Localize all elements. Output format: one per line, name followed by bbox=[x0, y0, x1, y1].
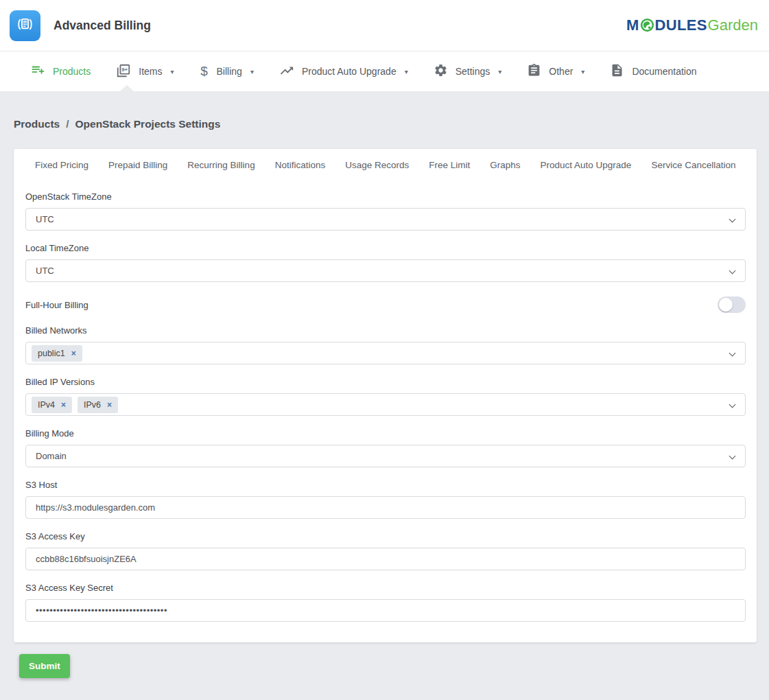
caret-down-icon: ▾ bbox=[405, 68, 408, 75]
nav-item-label: Billing bbox=[217, 66, 242, 77]
tab-product-auto-upgrade[interactable]: Product Auto Upgrade bbox=[541, 160, 632, 170]
svg-text:9+: 9+ bbox=[122, 67, 128, 73]
tab-notifications[interactable]: Notifications bbox=[275, 160, 326, 170]
chevron-down-icon bbox=[729, 401, 736, 408]
tag-public1: public1 × bbox=[32, 345, 82, 362]
field-full-hour-billing: Full-Hour Billing bbox=[25, 296, 746, 313]
brand-text-dules: DULES bbox=[655, 16, 707, 34]
select-value: Domain bbox=[36, 451, 67, 461]
tab-fixed-pricing[interactable]: Fixed Pricing bbox=[35, 160, 88, 170]
remove-tag-icon[interactable]: × bbox=[61, 400, 66, 410]
field-openstack-timezone: OpenStack TimeZone UTC bbox=[25, 191, 746, 231]
remove-tag-icon[interactable]: × bbox=[71, 349, 76, 358]
filter-9-plus-icon: 9+ bbox=[116, 63, 131, 80]
tab-service-cancellation[interactable]: Service Cancellation bbox=[651, 160, 735, 170]
breadcrumb-section[interactable]: Products bbox=[14, 118, 60, 130]
field-billed-ip-versions: Billed IP Versions IPv4 × IPv6 × bbox=[25, 377, 746, 416]
nav-item-documentation[interactable]: Documentation bbox=[610, 63, 696, 80]
gear-icon bbox=[434, 63, 448, 80]
tag-label: public1 bbox=[38, 349, 65, 358]
chevron-down-icon bbox=[729, 216, 736, 223]
settings-form: OpenStack TimeZone UTC Local TimeZone UT… bbox=[25, 191, 746, 622]
active-nav-notch bbox=[120, 85, 134, 91]
chevron-down-icon bbox=[729, 350, 736, 357]
caret-down-icon: ▾ bbox=[581, 68, 584, 75]
dollar-icon: $ bbox=[200, 64, 209, 79]
tab-prepaid-billing[interactable]: Prepaid Billing bbox=[108, 160, 167, 170]
nav-item-label: Settings bbox=[456, 66, 490, 77]
remove-tag-icon[interactable]: × bbox=[107, 400, 112, 410]
modulesgarden-logo: M DULES Garden bbox=[626, 16, 758, 35]
playlist-add-icon bbox=[30, 63, 45, 80]
brand-text-garden: Garden bbox=[708, 16, 758, 34]
s3-access-key-label: S3 Access Key bbox=[25, 531, 746, 541]
page-title: Advanced Billing bbox=[54, 19, 151, 33]
field-billed-networks: Billed Networks public1 × bbox=[25, 325, 746, 364]
tab-recurring-billing[interactable]: Recurring Billing bbox=[187, 160, 255, 170]
field-local-timezone: Local TimeZone UTC bbox=[25, 243, 746, 282]
billed-networks-multiselect[interactable]: public1 × bbox=[25, 342, 746, 364]
trending-up-icon bbox=[279, 63, 294, 80]
caret-down-icon: ▾ bbox=[498, 68, 501, 75]
full-hour-billing-toggle[interactable] bbox=[718, 296, 746, 313]
s3-host-label: S3 Host bbox=[25, 480, 746, 490]
globe-icon bbox=[640, 18, 654, 35]
settings-card: Fixed Pricing Prepaid Billing Recurring … bbox=[14, 149, 757, 642]
chevron-down-icon bbox=[729, 268, 736, 275]
chevron-down-icon bbox=[729, 453, 736, 460]
tab-usage-records[interactable]: Usage Records bbox=[345, 160, 409, 170]
openstack-timezone-label: OpenStack TimeZone bbox=[25, 191, 746, 202]
clipboard-icon bbox=[527, 63, 541, 80]
document-icon bbox=[610, 63, 624, 80]
nav-item-other[interactable]: Other ▾ bbox=[527, 63, 584, 80]
select-value: UTC bbox=[36, 214, 54, 224]
billed-ip-versions-multiselect[interactable]: IPv4 × IPv6 × bbox=[25, 393, 746, 416]
billing-mode-select[interactable]: Domain bbox=[25, 445, 746, 467]
submit-button[interactable]: Submit bbox=[19, 654, 70, 678]
openstack-timezone-select[interactable]: UTC bbox=[25, 208, 746, 231]
tag-ipv4: IPv4 × bbox=[32, 397, 72, 413]
nav-item-products[interactable]: Products bbox=[30, 63, 91, 80]
field-s3-host: S3 Host bbox=[25, 480, 746, 519]
select-value: UTC bbox=[36, 266, 54, 276]
nav-item-billing[interactable]: $ Billing ▾ bbox=[200, 64, 254, 79]
settings-tabs: Fixed Pricing Prepaid Billing Recurring … bbox=[25, 149, 746, 179]
billing-mode-label: Billing Mode bbox=[25, 428, 746, 439]
nav-item-label: Product Auto Upgrade bbox=[302, 66, 397, 77]
s3-host-input[interactable] bbox=[25, 496, 746, 519]
caret-down-icon: ▾ bbox=[170, 68, 174, 75]
field-billing-mode: Billing Mode Domain bbox=[25, 428, 746, 467]
nav-item-label: Other bbox=[549, 66, 573, 77]
tag-label: IPv6 bbox=[84, 400, 101, 410]
breadcrumb-separator: / bbox=[66, 118, 69, 130]
app-logo bbox=[10, 10, 40, 41]
s3-access-key-secret-input[interactable] bbox=[25, 599, 746, 622]
tab-graphs[interactable]: Graphs bbox=[490, 160, 520, 170]
nav-item-label: Items bbox=[139, 66, 162, 77]
s3-access-key-input[interactable] bbox=[25, 548, 746, 570]
field-s3-access-key: S3 Access Key bbox=[25, 531, 746, 570]
nav-item-items[interactable]: 9+ Items ▾ bbox=[116, 63, 174, 80]
billed-ip-versions-label: Billed IP Versions bbox=[25, 377, 746, 387]
billed-networks-label: Billed Networks bbox=[25, 325, 746, 336]
s3-access-key-secret-label: S3 Access Key Secret bbox=[25, 583, 746, 593]
app-header: Advanced Billing M DULES Garden bbox=[0, 0, 769, 51]
local-timezone-label: Local TimeZone bbox=[25, 243, 746, 253]
field-s3-access-key-secret: S3 Access Key Secret bbox=[25, 583, 746, 622]
brand-text-m: M bbox=[626, 16, 639, 34]
tag-ipv6: IPv6 × bbox=[78, 397, 118, 413]
nav-item-product-auto-upgrade[interactable]: Product Auto Upgrade ▾ bbox=[279, 63, 408, 80]
breadcrumb-page: OpenStack Projects Settings bbox=[75, 118, 221, 130]
toggle-knob bbox=[719, 298, 733, 312]
main-navbar: Products 9+ Items ▾ $ Billing ▾ Product … bbox=[0, 51, 769, 91]
nav-item-label: Documentation bbox=[632, 66, 696, 77]
nav-item-settings[interactable]: Settings ▾ bbox=[434, 63, 502, 80]
nav-item-label: Products bbox=[53, 66, 91, 77]
full-hour-billing-label: Full-Hour Billing bbox=[25, 300, 88, 310]
breadcrumb: Products / OpenStack Projects Settings bbox=[0, 91, 769, 130]
tab-free-limit[interactable]: Free Limit bbox=[429, 160, 470, 170]
advanced-billing-logo-icon bbox=[14, 14, 36, 38]
local-timezone-select[interactable]: UTC bbox=[25, 259, 746, 282]
tag-label: IPv4 bbox=[38, 400, 55, 410]
caret-down-icon: ▾ bbox=[250, 68, 254, 75]
